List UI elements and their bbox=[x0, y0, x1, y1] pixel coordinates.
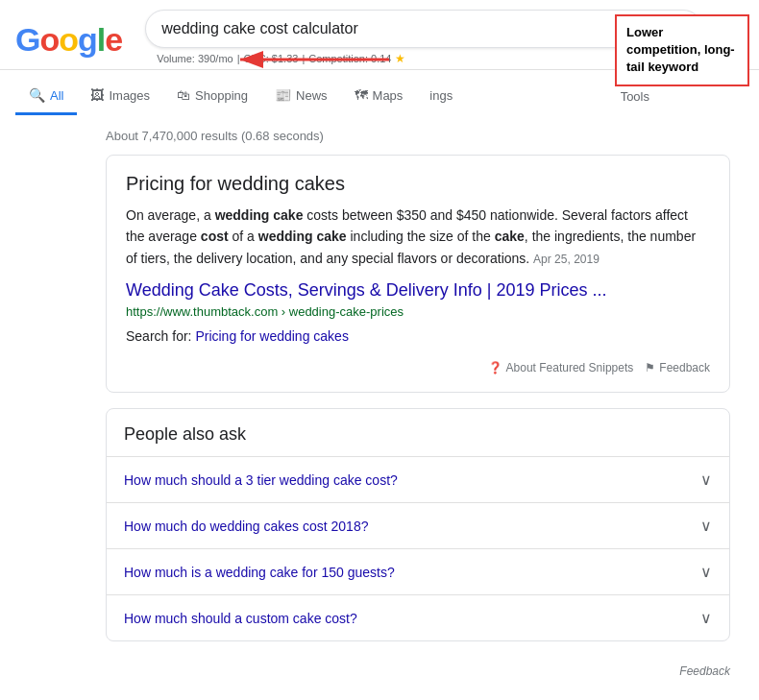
google-logo: Google bbox=[15, 21, 122, 59]
page-feedback: Feedback bbox=[106, 657, 730, 686]
question-icon: ❓ bbox=[488, 361, 502, 374]
chevron-down-icon-3: ∨ bbox=[700, 563, 712, 581]
tab-news[interactable]: 📰 News bbox=[261, 78, 341, 115]
chevron-down-icon-2: ∨ bbox=[700, 517, 712, 535]
cpc-text: CPC: $1.33 bbox=[244, 53, 299, 64]
paa-question-4: How much should a custom cake cost? bbox=[124, 611, 357, 626]
feedback-label: Feedback bbox=[659, 361, 710, 374]
feedback-icon: ⚑ bbox=[645, 361, 655, 374]
paa-box: People also ask How much should a 3 tier… bbox=[106, 408, 730, 641]
snippet-title: Pricing for wedding cakes bbox=[126, 173, 710, 195]
annotation-text: Lower competition, long-tail keyword bbox=[626, 25, 735, 74]
snippet-link[interactable]: Wedding Cake Costs, Servings & Delivery … bbox=[126, 280, 710, 301]
results-count: About 7,470,000 results (0.68 seconds) bbox=[106, 123, 744, 155]
tab-shopping-label: Shopping bbox=[195, 88, 248, 103]
paa-question-3: How much is a wedding cake for 150 guest… bbox=[124, 565, 395, 580]
star-icon[interactable]: ★ bbox=[395, 52, 405, 65]
snippet-url: https://www.thumbtack.com › wedding-cake… bbox=[126, 304, 710, 319]
tools-label: Tools bbox=[621, 89, 649, 104]
paa-item-4[interactable]: How much should a custom cake cost? ∨ bbox=[107, 594, 729, 640]
chevron-down-icon-1: ∨ bbox=[700, 471, 712, 489]
paa-title: People also ask bbox=[107, 409, 729, 456]
snippet-body: On average, a wedding cake costs between… bbox=[126, 205, 710, 269]
main-content: About 7,470,000 results (0.68 seconds) P… bbox=[0, 115, 759, 700]
snippet-date: Apr 25, 2019 bbox=[533, 253, 600, 266]
snippet-search-for: Search for: Pricing for wedding cakes bbox=[126, 328, 710, 344]
chevron-down-icon-4: ∨ bbox=[700, 609, 712, 627]
paa-item-3[interactable]: How much is a wedding cake for 150 guest… bbox=[107, 548, 729, 594]
feedback-button[interactable]: ⚑ Feedback bbox=[645, 361, 710, 374]
page-feedback-label: Feedback bbox=[679, 664, 730, 678]
about-snippets-label: About Featured Snippets bbox=[506, 361, 634, 374]
featured-snippet: Pricing for wedding cakes On average, a … bbox=[106, 155, 730, 393]
tab-more[interactable]: ings bbox=[416, 79, 466, 115]
tab-images-label: Images bbox=[109, 88, 150, 103]
paa-item-1[interactable]: How much should a 3 tier wedding cake co… bbox=[107, 456, 729, 502]
tab-news-label: News bbox=[296, 88, 328, 103]
news-icon: 📰 bbox=[275, 87, 291, 103]
annotation-box: Lower competition, long-tail keyword bbox=[615, 14, 749, 86]
about-snippets-button[interactable]: ❓ About Featured Snippets bbox=[488, 361, 634, 374]
tab-all[interactable]: 🔍 All bbox=[15, 78, 77, 115]
volume-text: Volume: 390/mo bbox=[157, 53, 233, 64]
tab-images[interactable]: 🖼 Images bbox=[77, 78, 163, 115]
tab-maps[interactable]: 🗺 Maps bbox=[341, 78, 417, 115]
paa-item-2[interactable]: How much do wedding cakes cost 2018? ∨ bbox=[107, 502, 729, 548]
tab-shopping[interactable]: 🛍 Shopping bbox=[163, 78, 261, 115]
tab-all-label: All bbox=[50, 88, 63, 103]
competition-text: Competition: 0.14 bbox=[308, 53, 391, 64]
tab-more-label: ings bbox=[429, 88, 453, 103]
paa-question-1: How much should a 3 tier wedding cake co… bbox=[124, 472, 398, 488]
maps-icon: 🗺 bbox=[355, 87, 368, 103]
tab-maps-label: Maps bbox=[373, 88, 404, 103]
images-icon: 🖼 bbox=[90, 87, 104, 103]
search-input[interactable] bbox=[161, 20, 624, 37]
search-for-label: Search for: bbox=[126, 328, 191, 344]
search-for-link[interactable]: Pricing for wedding cakes bbox=[195, 328, 349, 344]
paa-question-2: How much do wedding cakes cost 2018? bbox=[124, 519, 368, 534]
snippet-footer: ❓ About Featured Snippets ⚑ Feedback bbox=[126, 353, 710, 374]
shopping-icon: 🛍 bbox=[177, 87, 190, 103]
all-icon: 🔍 bbox=[29, 87, 45, 103]
